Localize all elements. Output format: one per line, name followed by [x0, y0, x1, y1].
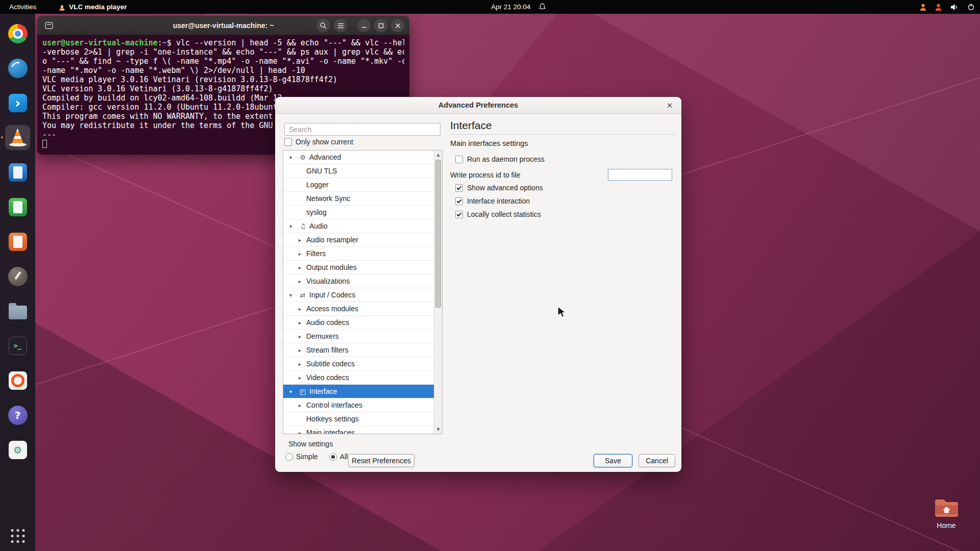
tree-item-label: Output modules — [306, 263, 357, 271]
tree-item-logger[interactable]: Logger — [283, 178, 434, 192]
dock-item-thunderbird[interactable] — [5, 56, 30, 81]
tree-item-label: Audio — [309, 222, 328, 230]
expander-icon[interactable]: ▾ — [289, 155, 298, 160]
dock-item-chrome[interactable] — [5, 21, 30, 46]
expander-icon[interactable]: ▾ — [289, 292, 298, 298]
expander-icon[interactable]: ▸ — [299, 375, 306, 381]
dock-item-terminal[interactable]: >_ — [5, 333, 30, 358]
activities-button[interactable]: Activities — [9, 3, 36, 11]
locally-collect-label: Locally collect statistics — [467, 210, 541, 218]
close-button[interactable] — [391, 19, 404, 32]
interface-interaction-label: Interface interaction — [467, 197, 530, 205]
category-icon: ⇄ — [298, 291, 308, 299]
tree-item-access-modules[interactable]: ▸ Access modules — [283, 302, 434, 316]
dock-item-libreoffice-writer[interactable] — [5, 160, 30, 185]
terminal-titlebar[interactable]: user@user-virtual-machine: ~ — [37, 16, 409, 35]
desktop-home-icon[interactable]: Home — [927, 497, 966, 530]
expander-icon[interactable]: ▸ — [299, 279, 306, 284]
expander-icon[interactable]: ▸ — [299, 430, 306, 434]
tree-item-output-modules[interactable]: ▸ Output modules — [283, 261, 434, 274]
terminal-search-button[interactable] — [316, 19, 330, 32]
tree-item-subtitle-codecs[interactable]: ▸ Subtitle codecs — [283, 357, 434, 371]
search-input[interactable] — [284, 123, 440, 136]
tree-item-label: Stream filters — [306, 346, 348, 354]
app-icon — [9, 306, 27, 319]
dock-item-vscode[interactable]: › — [5, 90, 30, 115]
terminal-menu-button[interactable] — [334, 19, 347, 32]
expander-icon[interactable]: ▸ — [299, 361, 306, 367]
expander-icon[interactable]: ▸ — [299, 403, 306, 408]
expander-icon[interactable]: ▸ — [299, 347, 306, 353]
expander-icon[interactable]: ▸ — [299, 334, 306, 339]
option-locally-collect[interactable]: Locally collect statistics — [455, 210, 541, 218]
tree-item-advanced[interactable]: ▾ ⚙ Advanced — [283, 151, 434, 164]
expander-icon[interactable]: ▸ — [299, 237, 306, 243]
tree-item-control-interfaces[interactable]: ▸ Control interfaces — [283, 398, 434, 412]
clock-menu[interactable]: Apr 21 20:04 — [491, 0, 546, 14]
tree-item-input-codecs[interactable]: ▾ ⇄ Input / Codecs — [283, 288, 434, 302]
run-daemon-checkbox[interactable] — [455, 156, 463, 163]
dock-item-gimp[interactable] — [5, 264, 30, 289]
expander-icon[interactable]: ▸ — [299, 320, 306, 325]
dock-item-help[interactable]: ? — [5, 403, 30, 428]
expander-icon[interactable]: ▾ — [289, 223, 298, 229]
tree-scrollbar[interactable]: ▲ ▼ — [434, 151, 442, 434]
tree-item-gnu-tls[interactable]: GNU TLS — [283, 164, 434, 178]
app-icon — [9, 198, 27, 216]
app-icon — [8, 24, 28, 43]
tree-item-audio-codecs[interactable]: ▸ Audio codecs — [283, 316, 434, 330]
dock-item-ubuntu-software[interactable] — [5, 368, 30, 393]
tree-item-audio-resampler[interactable]: ▸ Audio resampler — [283, 233, 434, 247]
expander-icon[interactable]: ▸ — [299, 306, 306, 312]
pid-file-input[interactable] — [608, 169, 672, 181]
window-icon[interactable] — [42, 19, 56, 32]
tree-item-interface[interactable]: ▾ ◰ Interface — [283, 385, 434, 398]
system-menu[interactable] — [920, 0, 975, 14]
dock-item-vlc[interactable] — [5, 125, 30, 150]
dock-item-libreoffice-calc[interactable] — [5, 194, 30, 219]
expander-icon[interactable]: ▾ — [289, 389, 298, 394]
dock-item-files[interactable] — [5, 298, 30, 323]
tree-item-label: Audio codecs — [306, 318, 349, 327]
only-show-current-option[interactable]: Only show current — [284, 138, 353, 146]
option-show-advanced[interactable]: Show advanced options — [455, 184, 543, 192]
option-interface-interaction[interactable]: Interface interaction — [455, 197, 530, 205]
save-button[interactable]: Save — [594, 454, 632, 467]
tree-item-main-interfaces[interactable]: ▸ Main interfaces — [283, 426, 434, 434]
app-icon: ? — [8, 406, 28, 425]
tree-item-stream-filters[interactable]: ▸ Stream filters — [283, 343, 434, 357]
scroll-down-icon[interactable]: ▼ — [434, 425, 442, 433]
radio-simple[interactable] — [285, 453, 293, 461]
interface-interaction-checkbox[interactable] — [455, 197, 463, 205]
tree-item-video-codecs[interactable]: ▸ Video codecs — [283, 371, 434, 385]
tree-item-label: Advanced — [309, 153, 341, 161]
tree-item-hotkeys-settings[interactable]: Hotkeys settings — [283, 412, 434, 426]
tree-item-syslog[interactable]: syslog — [283, 206, 434, 219]
radio-all[interactable] — [329, 453, 337, 461]
only-show-current-checkbox[interactable] — [284, 138, 292, 146]
tree-item-label: GNU TLS — [306, 167, 337, 175]
tree-item-filters[interactable]: ▸ Filters — [283, 247, 434, 261]
show-advanced-checkbox[interactable] — [455, 184, 463, 192]
reset-preferences-button[interactable]: Reset Preferences — [348, 454, 414, 467]
expander-icon[interactable]: ▸ — [299, 251, 306, 257]
tree-item-demuxers[interactable]: ▸ Demuxers — [283, 330, 434, 343]
scrollbar-thumb[interactable] — [435, 160, 441, 308]
focused-app-menu[interactable]: VLC media player — [59, 3, 127, 11]
category-icon: ◰ — [298, 388, 308, 395]
tree-item-audio[interactable]: ▾ ♫ Audio — [283, 219, 434, 233]
tree-item-network-sync[interactable]: Network Sync — [283, 192, 434, 206]
expander-icon[interactable]: ▸ — [299, 265, 306, 270]
cancel-button[interactable]: Cancel — [639, 454, 675, 467]
tree-item-visualizations[interactable]: ▸ Visualizations — [283, 274, 434, 288]
minimize-button[interactable] — [357, 19, 371, 32]
show-applications-button[interactable] — [11, 529, 24, 543]
dock-item-libreoffice-impress[interactable] — [5, 229, 30, 254]
power-icon — [967, 3, 975, 11]
preferences-tree: ▾ ⚙ Advanced GNU TLS Logger N — [283, 150, 443, 434]
maximize-button[interactable] — [374, 19, 387, 32]
scroll-up-icon[interactable]: ▲ — [434, 151, 442, 159]
locally-collect-checkbox[interactable] — [455, 211, 463, 218]
option-run-daemon[interactable]: Run as daemon process — [455, 155, 545, 163]
dock-item-settings[interactable]: ⚙ — [5, 437, 30, 462]
